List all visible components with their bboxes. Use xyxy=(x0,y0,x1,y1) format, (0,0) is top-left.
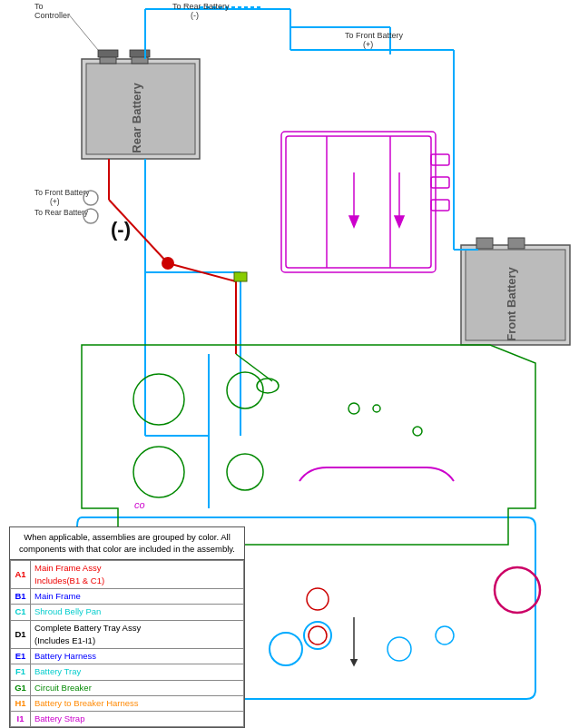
legend-code-g1: G1 xyxy=(11,680,31,695)
svg-rect-37 xyxy=(281,132,436,272)
legend-desc-h1: Battery to Breaker Harness xyxy=(31,695,244,711)
to-rear-battery-bottom-label: To Rear Battery xyxy=(34,208,89,217)
legend-item-f1: F1 Battery Tray xyxy=(11,664,244,680)
svg-point-54 xyxy=(413,427,422,436)
svg-marker-44 xyxy=(395,216,404,227)
legend-item-d1: D1 Complete Battery Tray Assy(Includes E… xyxy=(11,620,244,649)
svg-rect-45 xyxy=(431,154,449,165)
legend-desc-f1: Battery Tray xyxy=(31,664,244,680)
svg-point-52 xyxy=(348,403,359,414)
legend-code-d1: D1 xyxy=(11,620,31,649)
legend-note: When applicable, assemblies are grouped … xyxy=(10,527,244,560)
svg-line-56 xyxy=(68,14,98,50)
legend-desc-b1: Main Frame xyxy=(31,589,244,605)
legend-code-c1: C1 xyxy=(11,605,31,620)
svg-point-29 xyxy=(495,567,540,613)
svg-point-51 xyxy=(227,454,263,490)
legend-item-b1: B1 Main Frame xyxy=(11,589,244,605)
legend-item-g1: G1 Circuit Breaker xyxy=(11,680,244,695)
svg-rect-6 xyxy=(130,50,150,57)
green-wiring xyxy=(236,354,279,393)
legend-code-i1: I1 xyxy=(11,712,31,727)
diagram-container: Rear Battery Front Battery xyxy=(0,0,579,728)
svg-rect-10 xyxy=(476,238,493,249)
battery-strap xyxy=(299,467,454,481)
legend-desc-d1: Complete Battery Tray Assy(Includes E1-I… xyxy=(31,620,244,649)
svg-point-60 xyxy=(83,191,98,205)
legend-desc-c1: Shroud Belly Pan xyxy=(31,605,244,620)
svg-rect-47 xyxy=(431,200,449,211)
svg-text:(+): (+) xyxy=(50,197,60,206)
to-rear-battery-label: To Rear Battery xyxy=(172,2,230,11)
rear-battery-group: Rear Battery xyxy=(82,50,200,159)
svg-marker-42 xyxy=(349,216,358,227)
svg-rect-46 xyxy=(431,177,449,188)
svg-point-53 xyxy=(373,405,380,412)
svg-text:Controller: Controller xyxy=(34,11,70,20)
svg-point-50 xyxy=(227,372,263,408)
connector-green xyxy=(234,272,247,281)
to-front-battery-bottom-label: To Front Battery xyxy=(34,188,90,197)
legend-desc-a1: Main Frame AssyIncludes(B1 & C1) xyxy=(31,560,244,589)
to-front-battery-top-label: To Front Battery xyxy=(345,31,404,40)
legend-item-e1: E1 Battery Harness xyxy=(11,649,244,664)
legend-code-h1: H1 xyxy=(11,695,31,711)
svg-text:Rear Battery: Rear Battery xyxy=(130,83,143,153)
legend-code-e1: E1 xyxy=(11,649,31,664)
svg-point-49 xyxy=(133,447,184,497)
co-label: co xyxy=(134,499,145,510)
blue-circle-3 xyxy=(436,626,454,644)
svg-rect-5 xyxy=(98,50,118,57)
blue-circle-1 xyxy=(270,633,302,665)
legend-code-b1: B1 xyxy=(11,589,31,605)
legend-table: A1 Main Frame AssyIncludes(B1 & C1) B1 M… xyxy=(10,560,244,728)
legend-code-a1: A1 xyxy=(11,560,31,589)
front-battery-group: Front Battery xyxy=(461,238,570,345)
legend-item-i1: I1 Battery Strap xyxy=(11,712,244,727)
red-circle-3 xyxy=(307,588,329,610)
svg-text:(+): (+) xyxy=(363,40,373,49)
svg-point-48 xyxy=(133,374,184,425)
legend-desc-g1: Circuit Breaker xyxy=(31,680,244,695)
red-circle-4 xyxy=(309,626,327,644)
legend-item-c1: C1 Shroud Belly Pan xyxy=(11,605,244,620)
svg-text:Front Battery: Front Battery xyxy=(505,266,518,340)
legend-desc-i1: Battery Strap xyxy=(31,712,244,727)
battery-tray-outline xyxy=(281,132,449,272)
legend-box: When applicable, assemblies are grouped … xyxy=(9,526,245,728)
legend-item-h1: H1 Battery to Breaker Harness xyxy=(11,695,244,711)
legend-code-f1: F1 xyxy=(11,664,31,680)
svg-text:(-): (-) xyxy=(191,11,199,20)
legend-desc-e1: Battery Harness xyxy=(31,649,244,664)
red-wiring xyxy=(109,159,236,354)
svg-point-34 xyxy=(162,258,173,269)
to-controller-label: To xyxy=(34,2,44,11)
negative-symbol: (-) xyxy=(111,218,131,241)
blue-circle-2 xyxy=(388,637,411,661)
svg-rect-11 xyxy=(508,238,525,249)
frame-outline xyxy=(82,345,535,545)
legend-item-a1: A1 Main Frame AssyIncludes(B1 & C1) xyxy=(11,560,244,589)
svg-rect-38 xyxy=(286,136,431,268)
